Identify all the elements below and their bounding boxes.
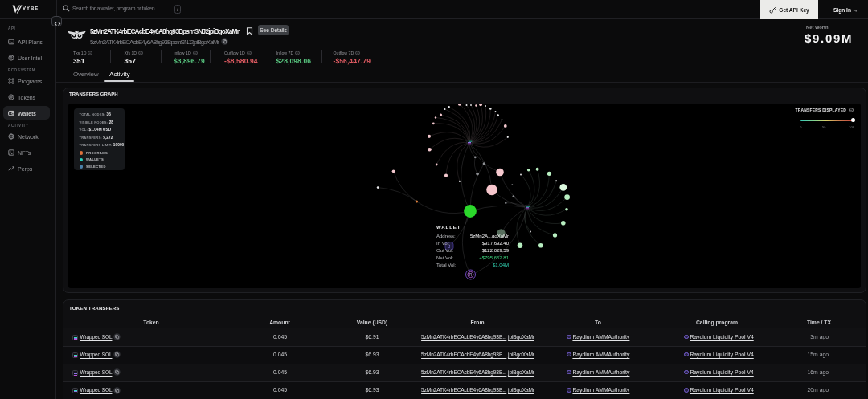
svg-text:R: R [469, 273, 473, 277]
